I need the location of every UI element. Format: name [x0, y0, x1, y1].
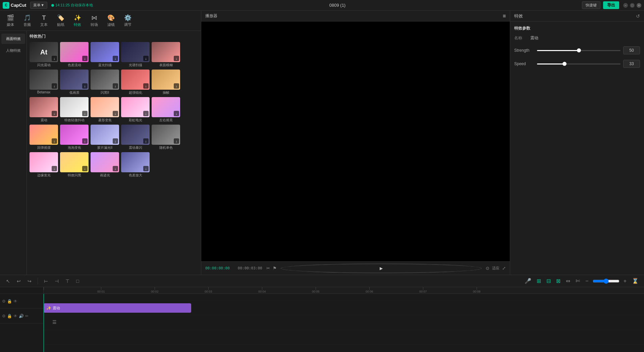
menu-button[interactable]: 菜单▼ — [30, 2, 47, 9]
effect-name-10: 抽帧 — [152, 90, 180, 95]
timeline-ruler[interactable]: 00:01 00:02 00:03 00:04 00:05 — [44, 287, 644, 294]
redo-button[interactable]: ↪ — [25, 277, 34, 285]
microphone-icon[interactable]: 🎤 — [523, 277, 533, 285]
effect-item-23[interactable]: ↓ 画迹光 — [91, 152, 119, 178]
preview-fit-icon[interactable]: 适应 — [492, 266, 499, 271]
track-settings-icon-2[interactable]: ⚙ — [2, 314, 6, 318]
play-button[interactable]: ▶ — [281, 264, 482, 273]
zoom-out-icon[interactable]: − — [584, 277, 590, 285]
effect-item-1[interactable]: At ↓ 闪光震动 — [30, 42, 58, 68]
track-lock-icon-2[interactable]: 🔒 — [7, 314, 12, 318]
effect-item-18[interactable]: ↓ 胶片漏光II — [91, 125, 119, 150]
effect-item-11[interactable]: ↓ 震动 — [30, 97, 58, 123]
undo-button[interactable]: ↩ — [15, 277, 23, 285]
split-button-3[interactable]: ⊤ — [63, 277, 71, 285]
minimize-button[interactable]: − — [623, 3, 628, 8]
effect-item-17[interactable]: ↓ 泡泡变焦 — [60, 125, 89, 150]
strength-value: 50 — [629, 48, 634, 53]
track-control-effect — [0, 287, 43, 294]
ruler-mark-7: 00:07 — [419, 287, 427, 294]
effect-item-13[interactable]: ↓ 菱形变焦 — [91, 97, 119, 123]
maximize-button[interactable]: □ — [630, 3, 635, 8]
tab-media[interactable]: 🎬 媒体 — [3, 12, 18, 29]
tab-transitions[interactable]: ⋈ 转场 — [87, 12, 102, 29]
playhead[interactable] — [44, 294, 44, 352]
delete-button[interactable]: □ — [74, 277, 81, 285]
preview-flag-icon[interactable]: ⚑ — [273, 266, 277, 271]
track-lock-icon[interactable]: 🔒 — [7, 299, 12, 304]
effect-item-19[interactable]: ↓ 震动暴闪 — [121, 125, 150, 150]
preview-fullscreen-icon[interactable]: ⊙ — [486, 266, 489, 271]
export-button[interactable]: 导出 — [603, 1, 619, 9]
cursor-tool-button[interactable]: ↖ — [4, 277, 12, 285]
effect-item-22[interactable]: ↓ 特效闪黑 — [60, 152, 89, 178]
close-button[interactable]: × — [637, 3, 641, 8]
strength-slider-container[interactable] — [537, 47, 621, 54]
tab-sticker[interactable]: 🏷️ 贴纸 — [53, 12, 68, 29]
effect-name-9: 超强锐化 — [121, 90, 150, 95]
effect-name-13: 菱形变焦 — [91, 118, 119, 123]
sidebar-item-person[interactable]: 人物特效 — [1, 45, 25, 56]
preview-title: 播放器 — [205, 13, 217, 19]
effect-name-16: 回弹摇摆 — [30, 145, 58, 150]
cut-icon[interactable]: ✄ — [574, 277, 581, 285]
strength-label: Strength — [514, 48, 534, 53]
effect-item-14[interactable]: ↓ 彩虹电光 — [121, 97, 150, 123]
effect-item-10[interactable]: ↓ 抽帧 — [152, 70, 180, 95]
effect-item-21[interactable]: ↓ 边缘发光 — [30, 152, 58, 178]
effect-item-12[interactable]: ↓ 特效轻微抖动 — [60, 97, 89, 123]
effect-thumb-17: ↓ — [60, 125, 89, 145]
split-button-1[interactable]: ⊢ — [42, 277, 50, 285]
effect-item-20[interactable]: ↓ 随机单色 — [152, 125, 180, 150]
preview-screen — [201, 21, 510, 261]
effect-item-6[interactable]: ↓ Betamax — [30, 70, 58, 95]
effect-name-3: 蓝光扫描 — [91, 63, 119, 68]
strength-slider-thumb[interactable] — [577, 48, 581, 52]
zoom-slider[interactable] — [593, 278, 620, 284]
tab-text[interactable]: T 文本 — [36, 12, 52, 29]
split-button-2[interactable]: ⊣ — [53, 277, 61, 285]
preview-menu-icon[interactable]: ≡ — [503, 13, 506, 19]
track-settings-icon[interactable]: ⚙ — [2, 299, 6, 304]
tab-adjust[interactable]: ⚙️ 调节 — [120, 12, 136, 29]
track-edit-icon[interactable]: ✏ — [25, 314, 29, 318]
effect-item-3[interactable]: ↓ 蓝光扫描 — [91, 42, 119, 68]
effect-item-8[interactable]: ↓ 闪黑II — [91, 70, 119, 95]
add-track-icon[interactable]: ☰ — [52, 319, 57, 325]
effect-item-2[interactable]: ↓ 色差流动 — [60, 42, 89, 68]
preview-scissors-icon[interactable]: ✂ — [266, 266, 270, 271]
speed-slider-container[interactable] — [537, 60, 621, 67]
zoom-in-icon[interactable]: + — [622, 277, 628, 285]
magnet-icon[interactable]: ⇔ — [565, 277, 572, 285]
effect-clip[interactable]: ✨ 震动 — [44, 303, 191, 313]
effect-item-15[interactable]: ↓ 左右摇晃 — [152, 97, 180, 123]
track-visible-icon-2[interactable]: 👁 — [13, 314, 17, 318]
effect-item-7[interactable]: ↓ 低画质 — [60, 70, 89, 95]
reset-button[interactable]: ↺ — [636, 13, 640, 19]
name-label: 名称 — [514, 35, 528, 41]
effect-item-5[interactable]: ↓ 表面模糊 — [152, 42, 180, 68]
merge-icon[interactable]: ⊟ — [545, 277, 552, 285]
sidebar-item-scene[interactable]: 画面特效 — [1, 34, 25, 44]
track-link-icon[interactable]: ⊠ — [555, 277, 562, 285]
fit-timeline-icon[interactable]: ⌛ — [631, 277, 640, 285]
effects-items-row: At ↓ 闪光震动 ↓ 色差流动 ↓ — [30, 42, 198, 178]
speed-slider-thumb[interactable] — [562, 62, 567, 66]
tab-filters[interactable]: 🎨 滤镜 — [103, 12, 119, 29]
tab-media-label: 媒体 — [7, 22, 14, 27]
shortcut-button[interactable]: 快捷键 — [582, 1, 600, 9]
preview-expand-icon[interactable]: ⤢ — [502, 266, 506, 271]
split-track-icon[interactable]: ⊞ — [535, 277, 542, 285]
strength-value-box: 50 — [623, 46, 640, 54]
top-actions: 快捷键 导出 — [582, 1, 619, 9]
effect-item-4[interactable]: ↓ 光谱扫描 — [121, 42, 150, 68]
track-visible-icon[interactable]: 👁 — [13, 299, 17, 304]
tab-audio[interactable]: 🎵 音频 — [19, 12, 35, 29]
effect-item-16[interactable]: ↓ 回弹摇摆 — [30, 125, 58, 150]
effect-item-24[interactable]: ↓ 色差放大 — [121, 152, 150, 178]
tab-effects[interactable]: ✨ 特效 — [70, 12, 85, 29]
effect-item-9[interactable]: ↓ 超强锐化 — [121, 70, 150, 95]
right-panel-content: 特效参数 名称 震动 Strength 50 — [510, 21, 644, 275]
track-audio-icon[interactable]: 🔊 — [19, 314, 24, 318]
download-icon-15: ↓ — [174, 111, 179, 116]
